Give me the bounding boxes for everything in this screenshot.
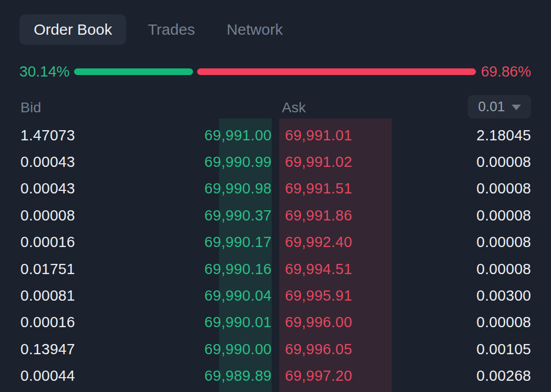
- ask-amount: 0.00008: [410, 315, 531, 330]
- tab-order-book[interactable]: Order Book: [19, 14, 126, 45]
- ask-column-header: Ask: [282, 101, 306, 115]
- ask-price[interactable]: 69,992.40: [282, 235, 410, 250]
- order-book-row: 0.01751 69,990.16 69,994.51 0.00008: [19, 256, 531, 282]
- ask-amount: 2.18045: [410, 128, 531, 143]
- bid-ask-ratio-row: 30.14% 69.86%: [19, 63, 531, 80]
- ask-price[interactable]: 69,997.20: [282, 369, 410, 383]
- order-book-row: 0.00043 69,990.99 69,991.02 0.00008: [19, 149, 531, 175]
- bid-amount: 0.00016: [19, 315, 147, 330]
- bid-amount: 0.00043: [19, 181, 147, 196]
- order-book-row: 1.47073 69,991.00 69,991.01 2.18045: [19, 122, 531, 149]
- ask-amount: 0.00268: [410, 369, 531, 383]
- order-book-rows: 1.47073 69,991.00 69,991.01 2.18045 0.00…: [19, 122, 531, 389]
- ask-ratio-segment: [197, 68, 476, 75]
- bid-price[interactable]: 69,990.37: [147, 208, 272, 223]
- precision-value: 0.01: [478, 99, 505, 115]
- bid-ratio-segment: [74, 68, 193, 75]
- bid-price[interactable]: 69,990.17: [147, 235, 272, 250]
- ask-price[interactable]: 69,996.05: [282, 342, 410, 357]
- tab-network[interactable]: Network: [227, 22, 283, 37]
- ask-amount: 0.00300: [410, 288, 531, 303]
- order-book-row: 0.00044 69,989.89 69,997.20 0.00268: [19, 363, 531, 389]
- order-book-row: 0.13947 69,990.00 69,996.05 0.00105: [19, 336, 531, 362]
- bid-column-header: Bid: [20, 101, 41, 115]
- bid-price[interactable]: 69,990.04: [147, 288, 272, 303]
- order-book-panel: Order Book Trades Network 30.14% 69.86% …: [0, 0, 551, 392]
- ask-price[interactable]: 69,991.51: [282, 181, 410, 196]
- bid-amount: 0.00008: [19, 208, 147, 223]
- ask-percent-label: 69.86%: [481, 64, 531, 79]
- ask-price[interactable]: 69,994.51: [282, 262, 410, 277]
- bid-price[interactable]: 69,989.89: [147, 369, 272, 383]
- ask-price[interactable]: 69,991.02: [282, 155, 410, 169]
- bid-amount: 0.00016: [19, 235, 147, 250]
- ask-price[interactable]: 69,991.01: [282, 128, 410, 143]
- bid-price[interactable]: 69,990.16: [147, 262, 272, 277]
- order-book-row: 0.00043 69,990.98 69,991.51 0.00008: [19, 176, 531, 202]
- bid-amount: 0.00044: [19, 369, 147, 383]
- bid-amount: 0.00081: [19, 288, 147, 303]
- ask-amount: 0.00008: [410, 235, 531, 250]
- bid-amount: 0.01751: [19, 262, 147, 277]
- bid-price[interactable]: 69,990.99: [147, 155, 272, 169]
- bid-ask-ratio-bar: [74, 68, 475, 75]
- bid-percent-label: 30.14%: [19, 64, 69, 79]
- bid-price[interactable]: 69,990.01: [147, 315, 272, 330]
- ask-price[interactable]: 69,996.00: [282, 315, 410, 330]
- ask-amount: 0.00105: [410, 342, 531, 357]
- ask-amount: 0.00008: [410, 181, 531, 196]
- ask-amount: 0.00008: [410, 155, 531, 169]
- column-header-row: Bid Ask 0.01: [19, 99, 531, 122]
- order-book-row: 0.00016 69,990.01 69,996.00 0.00008: [19, 309, 531, 336]
- bid-amount: 0.00043: [19, 155, 147, 169]
- tab-bar: Order Book Trades Network: [19, 14, 283, 45]
- ask-price[interactable]: 69,995.91: [282, 288, 410, 303]
- bid-amount: 0.13947: [19, 342, 147, 357]
- bid-price[interactable]: 69,990.98: [147, 181, 272, 196]
- ask-amount: 0.00008: [410, 208, 531, 223]
- ask-amount: 0.00008: [410, 262, 531, 277]
- chevron-down-icon: [512, 105, 521, 110]
- bid-price[interactable]: 69,991.00: [147, 128, 272, 143]
- bid-amount: 1.47073: [19, 128, 147, 143]
- order-book-row: 0.00008 69,990.37 69,991.86 0.00008: [19, 202, 531, 229]
- tab-trades[interactable]: Trades: [148, 22, 195, 37]
- bid-price[interactable]: 69,990.00: [147, 342, 272, 357]
- ask-price[interactable]: 69,991.86: [282, 208, 410, 223]
- order-book-row: 0.00016 69,990.17 69,992.40 0.00008: [19, 229, 531, 256]
- order-book-row: 0.00081 69,990.04 69,995.91 0.00300: [19, 282, 531, 309]
- precision-dropdown[interactable]: 0.01: [468, 95, 531, 118]
